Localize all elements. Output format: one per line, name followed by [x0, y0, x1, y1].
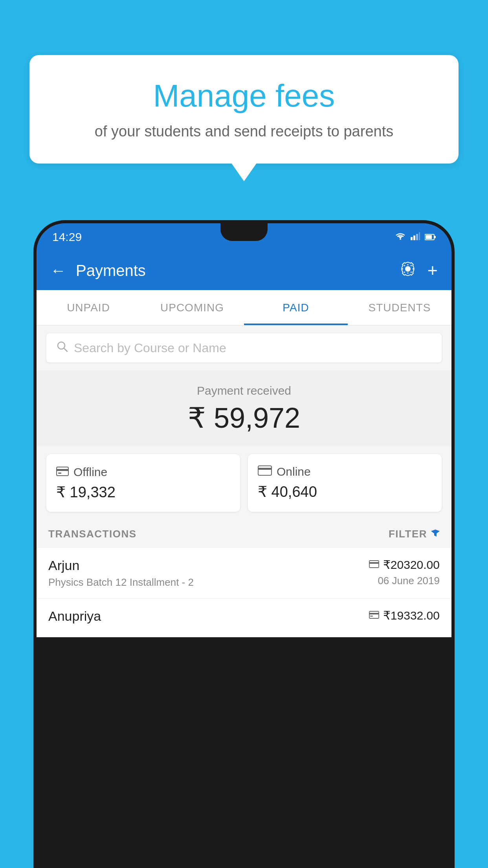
student-name: Anupriya [48, 609, 101, 624]
svg-rect-12 [57, 467, 68, 476]
amount-row: ₹19332.00 [369, 609, 440, 622]
transaction-right: ₹20320.00 06 June 2019 [369, 558, 440, 587]
online-label: Online [277, 465, 311, 478]
filter-icon [431, 528, 440, 540]
speech-bubble-container: Manage fees of your students and send re… [29, 55, 459, 164]
bubble-title: Manage fees [49, 79, 439, 113]
svg-point-9 [406, 267, 409, 270]
app-header: ← Payments + [37, 251, 451, 290]
transaction-left: Arjun Physics Batch 12 Installment - 2 [48, 558, 194, 588]
tab-upcoming[interactable]: UPCOMING [140, 290, 244, 325]
app-content: Search by Course or Name Payment receive… [37, 326, 451, 637]
offline-label: Offline [73, 465, 107, 479]
svg-rect-13 [57, 469, 68, 471]
table-row: Anupriya ₹19332.00 [37, 599, 451, 637]
payment-amount: ₹ 59,972 [46, 401, 442, 434]
speech-bubble: Manage fees of your students and send re… [29, 55, 459, 164]
course-info: Physics Batch 12 Installment - 2 [48, 576, 194, 588]
online-icon [258, 465, 272, 478]
offline-card: Offline ₹ 19,332 [46, 454, 240, 512]
online-amount: ₹ 40,640 [258, 483, 432, 500]
notch [220, 223, 268, 241]
offline-card-header: Offline [56, 465, 230, 479]
tab-students[interactable]: STUDENTS [348, 290, 451, 325]
offline-icon [56, 465, 69, 479]
svg-rect-21 [369, 613, 379, 614]
svg-marker-17 [431, 530, 440, 537]
header-icons: + [400, 260, 438, 281]
table-row: Arjun Physics Batch 12 Installment - 2 ₹… [37, 548, 451, 599]
svg-rect-19 [369, 562, 379, 564]
svg-rect-3 [413, 235, 415, 240]
back-button[interactable]: ← [50, 262, 66, 280]
search-input[interactable]: Search by Course or Name [74, 341, 226, 355]
bubble-subtitle: of your students and send receipts to pa… [49, 121, 439, 142]
status-bar: 14:29 [37, 223, 451, 251]
status-time: 14:29 [52, 230, 82, 244]
svg-rect-2 [411, 237, 413, 240]
wifi-icon [395, 232, 406, 243]
svg-rect-16 [258, 468, 272, 470]
payment-cards: Offline ₹ 19,332 Online ₹ 40,640 [46, 454, 442, 512]
svg-rect-4 [416, 234, 418, 240]
svg-rect-18 [369, 561, 379, 568]
svg-rect-5 [419, 232, 420, 240]
offline-amount: ₹ 19,332 [56, 484, 230, 501]
transactions-label: TRANSACTIONS [48, 528, 137, 540]
offline-payment-icon [369, 609, 379, 622]
amount-row: ₹20320.00 [369, 558, 440, 572]
phone-mockup: 14:29 [33, 220, 455, 868]
transactions-header: TRANSACTIONS FILTER [37, 520, 451, 548]
online-card: Online ₹ 40,640 [248, 454, 442, 512]
transaction-right: ₹19332.00 [369, 609, 440, 625]
search-bar[interactable]: Search by Course or Name [46, 333, 442, 362]
svg-line-11 [64, 348, 67, 351]
add-button[interactable]: + [427, 260, 438, 281]
student-name: Arjun [48, 558, 194, 573]
transaction-list: Arjun Physics Batch 12 Installment - 2 ₹… [37, 548, 451, 637]
online-card-header: Online [258, 465, 432, 478]
header-title: Payments [76, 262, 390, 280]
svg-rect-7 [426, 235, 432, 239]
status-icons [395, 232, 436, 243]
svg-rect-8 [435, 236, 436, 238]
svg-rect-20 [369, 611, 379, 618]
tab-bar: UNPAID UPCOMING PAID STUDENTS [37, 290, 451, 326]
online-payment-icon [369, 559, 379, 571]
transaction-amount: ₹19332.00 [383, 609, 440, 622]
tab-unpaid[interactable]: UNPAID [37, 290, 140, 325]
transaction-date: 06 June 2019 [369, 575, 440, 587]
filter-button[interactable]: FILTER [389, 528, 440, 540]
transaction-amount: ₹20320.00 [383, 558, 440, 572]
payment-received-section: Payment received ₹ 59,972 [37, 370, 451, 446]
battery-icon [425, 232, 436, 243]
signal-icon [411, 232, 420, 243]
svg-rect-15 [258, 466, 272, 475]
settings-button[interactable] [400, 261, 416, 280]
tab-paid[interactable]: PAID [244, 290, 348, 325]
transaction-left: Anupriya [48, 609, 101, 627]
svg-rect-22 [370, 616, 373, 617]
search-icon [56, 340, 68, 355]
svg-rect-14 [58, 473, 61, 474]
svg-point-1 [400, 238, 401, 240]
payment-received-label: Payment received [46, 384, 442, 397]
filter-label: FILTER [389, 528, 427, 540]
